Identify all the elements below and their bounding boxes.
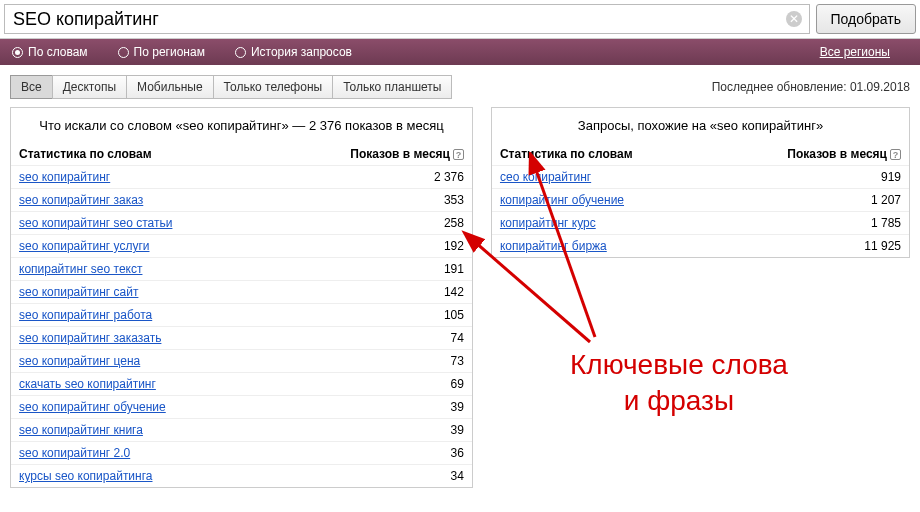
search-input[interactable] xyxy=(4,4,810,34)
radio-history[interactable]: История запросов xyxy=(235,45,352,59)
impressions-value: 36 xyxy=(272,442,472,465)
radio-dot-icon xyxy=(118,47,129,58)
table-row: seo копирайтинг услуги192 xyxy=(11,235,472,258)
query-link[interactable]: копирайтинг обучение xyxy=(500,193,624,207)
right-table: Статистика по словам Показов в месяц? се… xyxy=(492,143,909,257)
table-row: seo копирайтинг сайт142 xyxy=(11,281,472,304)
query-link[interactable]: копирайтинг биржа xyxy=(500,239,607,253)
clear-icon[interactable]: ✕ xyxy=(786,11,802,27)
radio-label: По словам xyxy=(28,45,88,59)
table-row: seo копирайтинг заказать74 xyxy=(11,327,472,350)
impressions-value: 353 xyxy=(272,189,472,212)
impressions-value: 258 xyxy=(272,212,472,235)
impressions-value: 34 xyxy=(272,465,472,488)
radio-label: История запросов xyxy=(251,45,352,59)
table-row: seo копирайтинг книга39 xyxy=(11,419,472,442)
tab-all[interactable]: Все xyxy=(10,75,53,99)
table-row: seo копирайтинг цена73 xyxy=(11,350,472,373)
query-link[interactable]: seo копирайтинг работа xyxy=(19,308,152,322)
impressions-value: 105 xyxy=(272,304,472,327)
results-panels: Что искали со словом «seo копирайтинг» —… xyxy=(0,107,920,498)
query-link[interactable]: seo копирайтинг 2.0 xyxy=(19,446,130,460)
last-updated: Последнее обновление: 01.09.2018 xyxy=(712,80,910,94)
table-row: seo копирайтинг обучение39 xyxy=(11,396,472,419)
query-link[interactable]: seo копирайтинг заказать xyxy=(19,331,161,345)
query-link[interactable]: seo копирайтинг заказ xyxy=(19,193,143,207)
query-link[interactable]: копирайтинг курс xyxy=(500,216,596,230)
left-panel: Что искали со словом «seo копирайтинг» —… xyxy=(10,107,473,488)
submit-button[interactable]: Подобрать xyxy=(816,4,917,34)
radio-by-regions[interactable]: По регионам xyxy=(118,45,205,59)
query-link[interactable]: seo копирайтинг услуги xyxy=(19,239,149,253)
impressions-value: 191 xyxy=(272,258,472,281)
table-row: копирайтинг обучение1 207 xyxy=(492,189,909,212)
right-panel: Запросы, похожие на «seo копирайтинг» Ст… xyxy=(491,107,910,258)
query-link[interactable]: seo копирайтинг цена xyxy=(19,354,140,368)
tab-mobile[interactable]: Мобильные xyxy=(126,75,214,99)
impressions-value: 1 785 xyxy=(715,212,909,235)
all-regions-link[interactable]: Все регионы xyxy=(820,45,890,59)
tab-desktops[interactable]: Десктопы xyxy=(52,75,127,99)
query-link[interactable]: сео копирайтинг xyxy=(500,170,591,184)
radio-by-words[interactable]: По словам xyxy=(12,45,88,59)
impressions-value: 39 xyxy=(272,419,472,442)
search-bar: ✕ Подобрать xyxy=(0,0,920,39)
impressions-value: 919 xyxy=(715,166,909,189)
col-stat: Статистика по словам xyxy=(492,143,715,166)
query-link[interactable]: seo копирайтинг книга xyxy=(19,423,143,437)
impressions-value: 74 xyxy=(272,327,472,350)
impressions-value: 1 207 xyxy=(715,189,909,212)
help-icon[interactable]: ? xyxy=(890,149,901,160)
impressions-value: 192 xyxy=(272,235,472,258)
device-tabs: Все Десктопы Мобильные Только телефоны Т… xyxy=(0,65,920,107)
col-impressions: Показов в месяц? xyxy=(715,143,909,166)
impressions-value: 73 xyxy=(272,350,472,373)
tab-phones-only[interactable]: Только телефоны xyxy=(213,75,334,99)
panel-title: Что искали со словом «seo копирайтинг» —… xyxy=(11,108,472,143)
panel-title: Запросы, похожие на «seo копирайтинг» xyxy=(492,108,909,143)
query-link[interactable]: seo копирайтинг сайт xyxy=(19,285,138,299)
table-row: сео копирайтинг919 xyxy=(492,166,909,189)
help-icon[interactable]: ? xyxy=(453,149,464,160)
left-table: Статистика по словам Показов в месяц? se… xyxy=(11,143,472,487)
query-link[interactable]: копирайтинг seo текст xyxy=(19,262,142,276)
query-link[interactable]: seo копирайтинг xyxy=(19,170,110,184)
impressions-value: 69 xyxy=(272,373,472,396)
table-row: копирайтинг курс1 785 xyxy=(492,212,909,235)
table-row: seo копирайтинг2 376 xyxy=(11,166,472,189)
col-stat: Статистика по словам xyxy=(11,143,272,166)
table-row: seo копирайтинг seo статьи258 xyxy=(11,212,472,235)
radio-label: По регионам xyxy=(134,45,205,59)
query-link[interactable]: скачать seo копирайтинг xyxy=(19,377,156,391)
table-row: копирайтинг seo текст191 xyxy=(11,258,472,281)
impressions-value: 2 376 xyxy=(272,166,472,189)
query-link[interactable]: seo копирайтинг обучение xyxy=(19,400,166,414)
impressions-value: 142 xyxy=(272,281,472,304)
radio-dot-icon xyxy=(235,47,246,58)
tab-tablets-only[interactable]: Только планшеты xyxy=(332,75,452,99)
impressions-value: 39 xyxy=(272,396,472,419)
table-row: скачать seo копирайтинг69 xyxy=(11,373,472,396)
annotation-text: Ключевые слова и фразы xyxy=(570,347,788,420)
table-row: seo копирайтинг 2.036 xyxy=(11,442,472,465)
table-row: seo копирайтинг заказ353 xyxy=(11,189,472,212)
table-row: курсы seo копирайтинга34 xyxy=(11,465,472,488)
filter-bar: По словам По регионам История запросов В… xyxy=(0,39,920,65)
table-row: копирайтинг биржа11 925 xyxy=(492,235,909,258)
query-link[interactable]: seo копирайтинг seo статьи xyxy=(19,216,172,230)
col-impressions: Показов в месяц? xyxy=(272,143,472,166)
impressions-value: 11 925 xyxy=(715,235,909,258)
table-row: seo копирайтинг работа105 xyxy=(11,304,472,327)
query-link[interactable]: курсы seo копирайтинга xyxy=(19,469,153,483)
radio-dot-icon xyxy=(12,47,23,58)
